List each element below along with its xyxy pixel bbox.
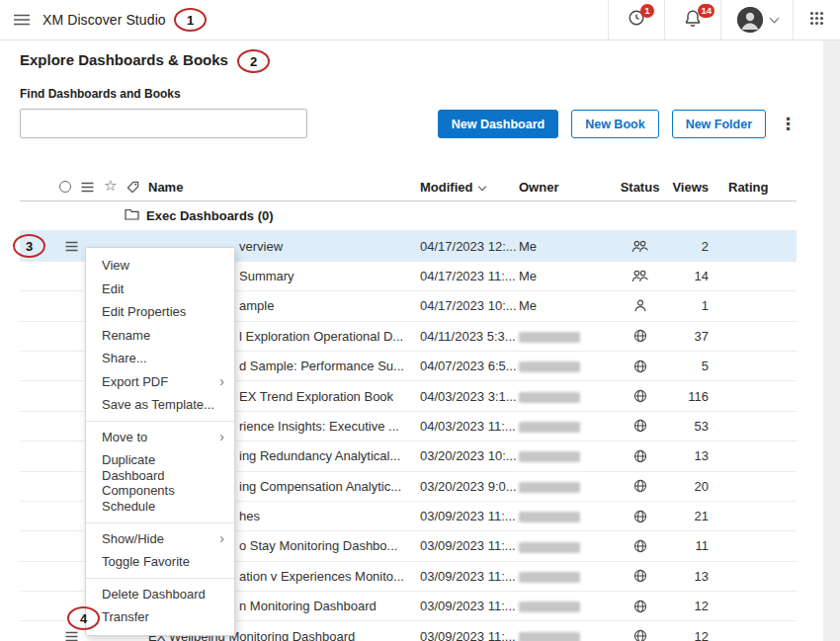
row-modified: 04/07/2023 6:5...	[420, 359, 519, 373]
row-status	[613, 419, 667, 433]
menu-divider	[86, 578, 234, 579]
column-header-rating[interactable]: Rating	[716, 180, 797, 195]
menu-item-label: Transfer	[102, 609, 224, 624]
globe-icon	[633, 449, 647, 463]
row-owner	[519, 448, 613, 463]
menu-divider	[86, 421, 234, 422]
table-header: ☆ Name Modified Owner Status Views Ratin…	[20, 173, 797, 201]
menu-item-save-as-template[interactable]: Save as Template...	[86, 393, 234, 417]
actions-toolbar: New Dashboard New Book New Folder ⋮	[438, 110, 797, 138]
account-menu-button[interactable]	[720, 0, 793, 40]
folder-row[interactable]: Exec Dashboards (0)	[20, 201, 797, 231]
topbar-right: 1 14	[608, 0, 840, 40]
row-modified: 04/17/2023 11:...	[420, 269, 519, 283]
globe-icon	[633, 419, 647, 433]
page-title: Explore Dashboards & Books	[20, 51, 228, 68]
notifications-button[interactable]: 14	[664, 0, 720, 40]
menu-item-label: Toggle Favorite	[102, 554, 224, 569]
menu-item-view[interactable]: View	[86, 254, 234, 278]
redacted-owner-text	[519, 542, 580, 553]
menu-divider	[86, 522, 234, 523]
row-modified: 03/20/2023 10:...	[420, 448, 519, 463]
row-status	[613, 479, 667, 493]
row-owner: Me	[519, 298, 613, 313]
globe-icon	[633, 600, 647, 613]
menu-item-show-hide[interactable]: Show/Hide›	[86, 527, 234, 551]
menu-item-move-to[interactable]: Move to›	[86, 426, 234, 449]
row-views: 20	[667, 479, 716, 494]
drag-handle-icon[interactable]	[65, 631, 78, 641]
row-modified: 03/20/2023 9:0...	[420, 479, 519, 494]
globe-icon	[633, 539, 647, 553]
new-book-button[interactable]: New Book	[571, 110, 658, 138]
redacted-owner-text	[519, 422, 580, 433]
column-header-modified-label: Modified	[420, 180, 472, 195]
topbar: XM Discover Studio 1 14	[0, 0, 840, 40]
annotation-circle-2: 2	[237, 49, 270, 73]
list-filter-icon[interactable]	[81, 182, 94, 193]
label-tag-icon[interactable]	[126, 181, 139, 194]
menu-item-schedule[interactable]: Schedule	[86, 495, 234, 519]
row-owner	[519, 569, 613, 584]
row-views: 5	[667, 359, 716, 373]
redacted-owner-text	[519, 361, 580, 372]
app-switcher-button[interactable]	[793, 0, 840, 40]
menu-item-share[interactable]: Share...	[86, 347, 234, 370]
search-input[interactable]	[20, 109, 307, 138]
row-views: 12	[667, 629, 716, 641]
redacted-owner-text	[519, 332, 580, 343]
scrollbar[interactable]	[823, 40, 840, 641]
alerts-button[interactable]: 1	[608, 0, 664, 40]
row-status	[613, 629, 667, 641]
chevron-down-icon	[769, 13, 779, 23]
globe-icon	[633, 329, 647, 343]
menu-item-label: Edit	[102, 281, 224, 296]
more-options-icon[interactable]: ⋮	[780, 116, 797, 132]
menu-item-label: Move to	[102, 430, 219, 444]
row-modified: 04/03/2023 3:1...	[420, 389, 519, 404]
column-header-owner[interactable]: Owner	[519, 180, 613, 195]
menu-item-delete-dashboard[interactable]: Delete Dashboard	[86, 583, 234, 606]
row-views: 1	[667, 298, 716, 313]
row-views: 13	[667, 569, 716, 584]
column-header-name[interactable]: Name	[148, 180, 420, 195]
redacted-owner-text	[519, 482, 580, 493]
menu-item-transfer[interactable]: Transfer	[86, 605, 234, 629]
row-status	[613, 539, 667, 553]
favorite-star-icon[interactable]: ☆	[104, 179, 117, 194]
redacted-owner-text	[519, 451, 580, 462]
row-views: 2	[667, 239, 716, 254]
menu-item-label: Show/Hide	[102, 531, 219, 546]
menu-item-label: Export PDF	[102, 374, 219, 389]
app-window: XM Discover Studio 1 14	[0, 0, 840, 641]
hamburger-menu-icon[interactable]	[14, 14, 30, 26]
row-owner	[519, 538, 613, 553]
row-modified: 03/09/2023 11:...	[420, 569, 519, 584]
column-header-modified[interactable]: Modified	[420, 180, 519, 195]
drag-handle-icon[interactable]	[65, 241, 78, 252]
group-icon	[631, 240, 648, 253]
menu-item-toggle-favorite[interactable]: Toggle Favorite	[86, 550, 234, 574]
new-folder-button[interactable]: New Folder	[672, 110, 766, 138]
notifications-badge: 14	[698, 4, 714, 18]
menu-item-edit-properties[interactable]: Edit Properties	[86, 300, 234, 324]
menu-item-dashboard-components[interactable]: Dashboard Components	[86, 472, 234, 496]
submenu-arrow-icon: ›	[219, 374, 224, 388]
row-status	[613, 270, 667, 282]
select-all-radio-icon[interactable]	[59, 181, 71, 193]
column-header-views[interactable]: Views	[667, 180, 716, 195]
row-views: 14	[667, 269, 716, 283]
row-status	[613, 329, 667, 343]
menu-item-rename[interactable]: Rename	[86, 324, 234, 348]
menu-item-edit[interactable]: Edit	[86, 278, 234, 301]
column-header-status[interactable]: Status	[613, 180, 667, 195]
row-status	[613, 449, 667, 463]
new-dashboard-button[interactable]: New Dashboard	[438, 110, 558, 138]
annotation-number: 1	[187, 14, 194, 27]
menu-item-export-pdf[interactable]: Export PDF›	[86, 370, 234, 394]
avatar	[737, 7, 763, 33]
row-views: 21	[667, 509, 716, 523]
row-status	[613, 600, 667, 613]
row-modified: 04/17/2023 12:...	[420, 239, 519, 254]
row-views: 12	[667, 599, 716, 613]
